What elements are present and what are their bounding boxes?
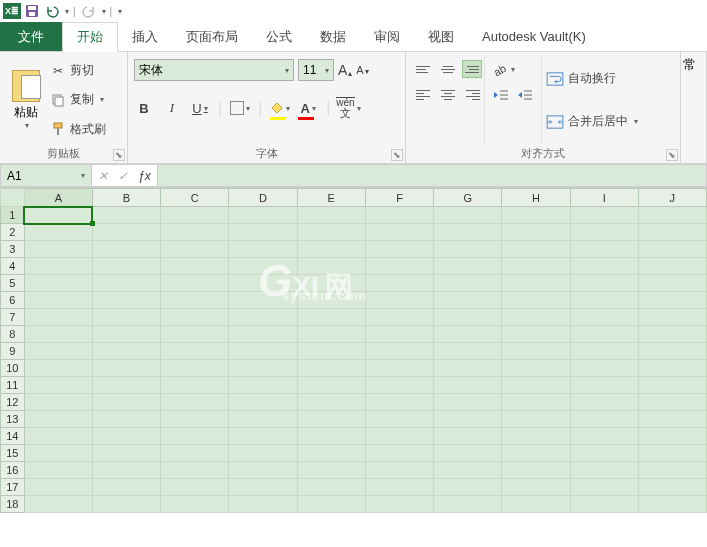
cell[interactable] [502, 326, 570, 343]
cell[interactable] [92, 224, 160, 241]
cell[interactable] [365, 479, 433, 496]
align-bottom[interactable] [462, 60, 482, 78]
font-color-button[interactable]: A ▾ [298, 98, 318, 118]
cell[interactable] [161, 309, 229, 326]
col-header[interactable]: C [161, 189, 229, 207]
cell[interactable] [570, 309, 638, 326]
cell[interactable] [570, 411, 638, 428]
cell[interactable] [638, 224, 706, 241]
cell[interactable] [570, 445, 638, 462]
cell[interactable] [570, 292, 638, 309]
cell[interactable] [161, 258, 229, 275]
cell[interactable] [570, 241, 638, 258]
cell[interactable] [297, 479, 365, 496]
cell[interactable] [365, 360, 433, 377]
cell[interactable] [570, 428, 638, 445]
cell[interactable] [434, 326, 502, 343]
row-header[interactable]: 6 [1, 292, 25, 309]
tab-data[interactable]: 数据 [306, 22, 360, 51]
cell[interactable] [229, 360, 297, 377]
cell[interactable] [502, 479, 570, 496]
col-header[interactable]: J [638, 189, 706, 207]
col-header[interactable]: F [365, 189, 433, 207]
cell[interactable] [638, 309, 706, 326]
cell[interactable] [92, 258, 160, 275]
cell[interactable] [161, 496, 229, 513]
cell[interactable] [638, 411, 706, 428]
cell[interactable] [365, 394, 433, 411]
tab-file[interactable]: 文件 [0, 22, 62, 51]
cell[interactable] [365, 292, 433, 309]
col-header[interactable]: I [570, 189, 638, 207]
formula-bar-input[interactable] [158, 164, 707, 187]
cell[interactable] [229, 343, 297, 360]
cell[interactable] [297, 462, 365, 479]
cell[interactable] [297, 445, 365, 462]
cell[interactable] [229, 309, 297, 326]
cell[interactable] [92, 309, 160, 326]
select-all-corner[interactable] [1, 189, 25, 207]
cell[interactable] [434, 309, 502, 326]
cell[interactable] [365, 258, 433, 275]
cell[interactable] [502, 428, 570, 445]
cell[interactable] [502, 411, 570, 428]
merge-dropdown[interactable]: ▾ [634, 117, 638, 126]
cell[interactable] [638, 326, 706, 343]
font-size-dropdown[interactable]: ▾ [325, 66, 329, 75]
cell[interactable] [92, 445, 160, 462]
cell[interactable] [161, 462, 229, 479]
cell[interactable] [161, 343, 229, 360]
cell[interactable] [24, 224, 92, 241]
cell[interactable] [92, 207, 160, 224]
border-button[interactable]: ▾ [230, 98, 250, 118]
cell[interactable] [570, 343, 638, 360]
cell[interactable] [229, 275, 297, 292]
cell[interactable] [161, 326, 229, 343]
row-header[interactable]: 12 [1, 394, 25, 411]
cell[interactable] [92, 292, 160, 309]
cell[interactable] [24, 275, 92, 292]
cell[interactable] [297, 360, 365, 377]
cell[interactable] [161, 207, 229, 224]
cell[interactable] [297, 326, 365, 343]
tab-home[interactable]: 开始 [62, 22, 118, 52]
font-size-combo[interactable]: 11 ▾ [298, 59, 334, 81]
cell[interactable] [24, 241, 92, 258]
cell[interactable] [638, 377, 706, 394]
cell[interactable] [570, 360, 638, 377]
cell[interactable] [24, 411, 92, 428]
cell[interactable] [229, 292, 297, 309]
cell[interactable] [92, 462, 160, 479]
row-header[interactable]: 1 [1, 207, 25, 224]
cell[interactable] [502, 360, 570, 377]
cell[interactable] [229, 224, 297, 241]
cell[interactable] [365, 275, 433, 292]
cell[interactable] [161, 445, 229, 462]
cell[interactable] [365, 343, 433, 360]
cell[interactable] [92, 241, 160, 258]
cell[interactable] [297, 377, 365, 394]
cell[interactable] [434, 377, 502, 394]
undo-dropdown[interactable]: ▾ [65, 7, 69, 16]
cell[interactable] [365, 462, 433, 479]
cell[interactable] [502, 343, 570, 360]
cell[interactable] [92, 479, 160, 496]
cell[interactable] [24, 343, 92, 360]
cell[interactable] [502, 292, 570, 309]
cell[interactable] [229, 377, 297, 394]
col-header[interactable]: D [229, 189, 297, 207]
cell[interactable] [434, 343, 502, 360]
orientation-button[interactable]: ab ▾ [491, 60, 515, 78]
cell[interactable] [434, 394, 502, 411]
cell[interactable] [434, 207, 502, 224]
cell[interactable] [365, 377, 433, 394]
row-header[interactable]: 5 [1, 275, 25, 292]
name-box-dropdown[interactable]: ▾ [81, 171, 85, 180]
cell[interactable] [570, 377, 638, 394]
phonetic-guide-button[interactable]: wén 文 ▾ [338, 98, 358, 118]
cell[interactable] [365, 326, 433, 343]
row-header[interactable]: 2 [1, 224, 25, 241]
decrease-indent[interactable] [491, 86, 511, 104]
cell[interactable] [161, 479, 229, 496]
spreadsheet-grid[interactable]: A B C D E F G H I J 12345678910111213141… [0, 188, 707, 513]
